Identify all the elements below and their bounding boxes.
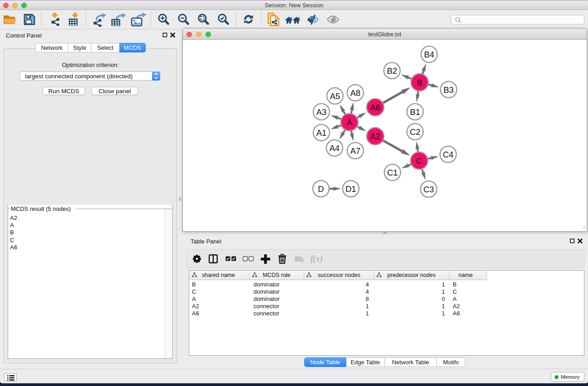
- svg-text:A4: A4: [330, 143, 340, 153]
- svg-text:A5: A5: [330, 91, 340, 101]
- svg-text:C2: C2: [410, 127, 421, 137]
- svg-text:A: A: [347, 118, 353, 127]
- svg-text:A6: A6: [370, 103, 381, 112]
- svg-text:A3: A3: [316, 107, 327, 117]
- svg-text:B4: B4: [424, 50, 435, 59]
- svg-text:C3: C3: [423, 185, 434, 194]
- svg-text:A1: A1: [316, 128, 327, 138]
- svg-text:C4: C4: [443, 150, 454, 159]
- svg-text:C: C: [416, 156, 422, 166]
- svg-text:D: D: [318, 184, 324, 194]
- svg-text:B3: B3: [444, 85, 454, 95]
- svg-text:D1: D1: [345, 184, 356, 194]
- svg-text:B: B: [417, 78, 422, 87]
- svg-text:A2: A2: [370, 132, 381, 141]
- svg-text:C1: C1: [387, 168, 398, 177]
- svg-text:B1: B1: [410, 107, 421, 117]
- svg-text:B2: B2: [387, 66, 397, 76]
- svg-text:A8: A8: [350, 88, 361, 98]
- svg-text:A7: A7: [350, 146, 361, 156]
